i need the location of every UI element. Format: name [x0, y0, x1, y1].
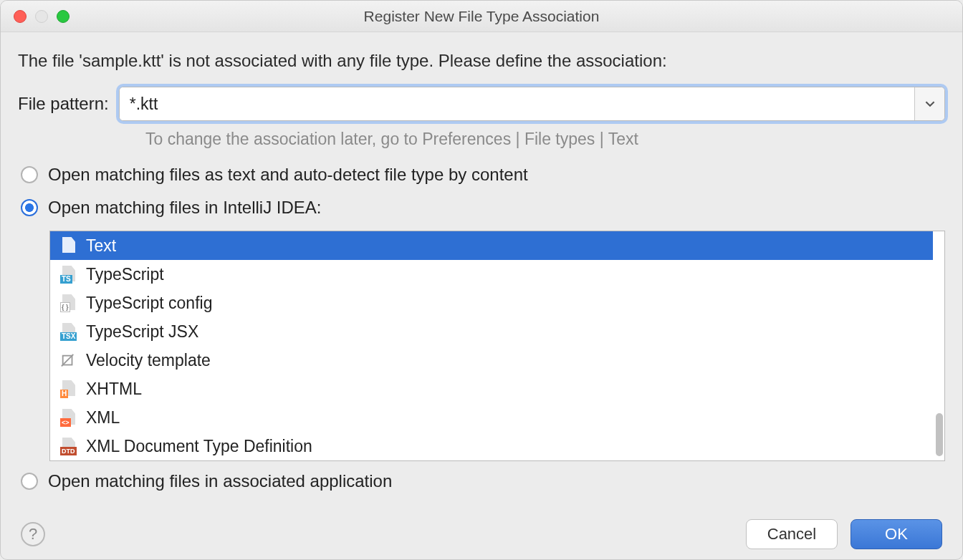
list-item[interactable]: HXHTML: [50, 375, 933, 403]
list-item-label: Velocity template: [86, 351, 211, 370]
option-open-in-intellij[interactable]: Open matching files in IntelliJ IDEA:: [21, 198, 945, 218]
close-window-icon[interactable]: [14, 10, 27, 23]
dialog-title: Register New File Type Association: [1, 8, 962, 25]
option-label: Open matching files in associated applic…: [48, 471, 392, 491]
text-file-icon: [60, 237, 77, 254]
file-type-list[interactable]: TextTSTypeScript{ }TypeScript configTSXT…: [49, 231, 945, 461]
cfg-file-icon: { }: [60, 294, 77, 312]
dialog-window: Register New File Type Association The f…: [0, 0, 963, 560]
file-pattern-dropdown-button[interactable]: [914, 87, 944, 120]
list-item-label: TypeScript: [86, 265, 164, 284]
file-pattern-input[interactable]: [120, 87, 914, 120]
help-button[interactable]: ?: [21, 522, 45, 546]
ok-button[interactable]: OK: [851, 519, 942, 549]
list-item[interactable]: TSTypeScript: [50, 260, 933, 289]
list-item-label: XML Document Type Definition: [86, 437, 312, 456]
list-item[interactable]: TSXTypeScript JSX: [50, 317, 933, 346]
preferences-hint: To change the association later, go to P…: [145, 130, 945, 149]
minimize-window-icon: [35, 10, 48, 23]
velocity-icon: [60, 352, 77, 369]
list-item-label: TypeScript config: [86, 294, 212, 313]
option-label: Open matching files in IntelliJ IDEA:: [48, 198, 322, 218]
h-file-icon: H: [60, 380, 77, 397]
list-item-label: XML: [86, 408, 120, 428]
cancel-button[interactable]: Cancel: [746, 519, 838, 549]
list-item[interactable]: { }TypeScript config: [50, 289, 933, 317]
file-pattern-combobox[interactable]: [119, 87, 945, 121]
window-controls: [1, 10, 70, 23]
zoom-window-icon[interactable]: [57, 10, 70, 23]
list-item[interactable]: <>XML: [50, 403, 933, 432]
help-icon: ?: [29, 525, 37, 544]
list-item[interactable]: Velocity template: [50, 346, 933, 375]
radio-icon: [21, 473, 38, 490]
dialog-message: The file 'sample.ktt' is not associated …: [18, 51, 945, 71]
option-open-auto-detect[interactable]: Open matching files as text and auto-det…: [21, 165, 945, 185]
dtd-file-icon: DTD: [60, 438, 77, 455]
option-open-in-associated-app[interactable]: Open matching files in associated applic…: [21, 471, 945, 491]
radio-icon: [21, 199, 38, 216]
xml-file-icon: <>: [60, 409, 77, 426]
list-item-label: Text: [86, 236, 116, 256]
tsx-file-icon: TSX: [60, 323, 77, 340]
list-item-label: TypeScript JSX: [86, 322, 198, 342]
ts-file-icon: TS: [60, 266, 77, 283]
scrollbar-thumb[interactable]: [936, 413, 943, 456]
list-item[interactable]: Text: [50, 231, 933, 260]
option-label: Open matching files as text and auto-det…: [48, 165, 528, 185]
list-item-label: XHTML: [86, 380, 142, 399]
radio-icon: [21, 166, 38, 183]
file-pattern-label: File pattern:: [18, 94, 109, 114]
dialog-footer: ? Cancel OK: [1, 509, 962, 559]
list-item[interactable]: DTDXML Document Type Definition: [50, 432, 933, 460]
chevron-down-icon: [925, 99, 935, 109]
titlebar: Register New File Type Association: [1, 1, 962, 32]
